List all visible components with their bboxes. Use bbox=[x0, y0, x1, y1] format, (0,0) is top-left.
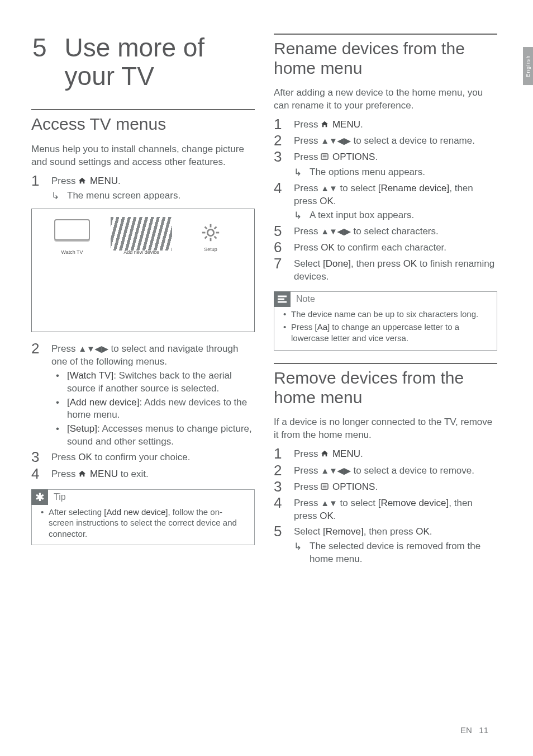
options-icon bbox=[321, 483, 329, 490]
step-3-b: to confirm your choice. bbox=[92, 452, 191, 462]
note-label: Note bbox=[291, 294, 315, 304]
step-2-a: Press bbox=[51, 343, 78, 354]
home-menu-illustration: Watch TV Add new device Setup bbox=[31, 209, 255, 332]
menu-add-caption: Add new device bbox=[123, 249, 159, 255]
step-1-sub-text: The menu screen appears. bbox=[67, 190, 255, 202]
menu-add-new-device: Add new device bbox=[113, 219, 169, 255]
rename-step-3: 3 Press OPTIONS. bbox=[274, 149, 497, 164]
menu-watch-tv: Watch TV bbox=[44, 219, 100, 255]
home-icon bbox=[78, 470, 86, 477]
rename-step-3-sub: ↳ The options menu appears. bbox=[274, 166, 497, 179]
step-1: 1 Press MENU. bbox=[31, 173, 255, 188]
rename-step-7: 7 Select [Done], then press OK to finish… bbox=[274, 256, 497, 284]
tip-a: After selecting bbox=[49, 507, 104, 517]
access-intro: Menus help you to install channels, chan… bbox=[31, 143, 255, 169]
bullet-dot: • bbox=[51, 396, 67, 409]
rename-step-6: 6 Press OK to confirm each character. bbox=[274, 240, 497, 255]
step-4-num: 4 bbox=[31, 466, 51, 481]
svg-line-5 bbox=[205, 226, 207, 229]
tip-icon: ✱ bbox=[31, 489, 48, 505]
svg-line-8 bbox=[205, 236, 207, 238]
result-arrow-icon: ↳ bbox=[294, 166, 310, 179]
remove-step-3: 3 Press OPTIONS. bbox=[274, 479, 497, 494]
bullet-watch-label: [Watch TV] bbox=[67, 370, 113, 381]
remove-intro: If a device is no longer connected to th… bbox=[274, 416, 497, 442]
step-4-b: to exit. bbox=[118, 469, 149, 479]
rename-step-2: 2 Press ▲▼◀▶ to select a device to renam… bbox=[274, 133, 497, 148]
rename-step-4: 4 Press ▲▼ to select [Rename device], th… bbox=[274, 181, 497, 208]
remove-step-1: 1 Press MENU. bbox=[274, 446, 497, 461]
tip-bold: [Add new device] bbox=[104, 507, 168, 517]
chapter-line-2: your TV bbox=[65, 62, 154, 91]
step-3: 3 Press OK to confirm your choice. bbox=[31, 450, 255, 465]
bullet-setup-label: [Setup] bbox=[67, 423, 97, 434]
bullet-add-label: [Add new device] bbox=[67, 397, 139, 408]
step-2: 2 Press ▲▼◀▶ to select and navigate thro… bbox=[31, 341, 255, 368]
nav-arrows-icon: ▲▼◀▶ bbox=[78, 344, 108, 353]
step-1-sub: ↳ The menu screen appears. bbox=[31, 190, 255, 203]
nav-arrows-icon: ▲▼◀▶ bbox=[321, 466, 351, 475]
rename-intro: After adding a new device to the home me… bbox=[274, 87, 497, 112]
result-arrow-icon: ↳ bbox=[294, 209, 310, 223]
menu-setup-caption: Setup bbox=[204, 247, 217, 252]
page-footer: EN 11 bbox=[460, 725, 488, 735]
menu-watch-caption: Watch TV bbox=[61, 249, 83, 255]
section-rename: Rename devices from the home menu bbox=[274, 34, 497, 78]
step-1-press: Press bbox=[51, 176, 78, 186]
remove-step-2: 2 Press ▲▼◀▶ to select a device to remov… bbox=[274, 463, 497, 478]
options-icon bbox=[321, 153, 329, 160]
note-1: The device name can be up to six charact… bbox=[291, 309, 490, 320]
section-remove: Remove devices from the home menu bbox=[274, 363, 497, 407]
left-column: 5 Use more of your TV Access TV menus Me… bbox=[31, 34, 255, 566]
remove-step-4: 4 Press ▲▼ to select [Remove device], th… bbox=[274, 495, 497, 523]
footer-page: 11 bbox=[479, 725, 488, 735]
updown-arrows-icon: ▲▼ bbox=[321, 183, 337, 193]
step-2-num: 2 bbox=[31, 341, 51, 356]
step-1-dot: . bbox=[118, 176, 121, 186]
step-3-ok: OK bbox=[78, 452, 92, 462]
bullet-setup: • [Setup]: Accesses menus to change pict… bbox=[31, 423, 255, 448]
result-arrow-icon: ↳ bbox=[51, 190, 67, 203]
updown-arrows-icon: ▲▼ bbox=[321, 498, 337, 508]
right-column: Rename devices from the home menu After … bbox=[274, 34, 497, 566]
svg-line-7 bbox=[215, 226, 217, 229]
home-icon bbox=[78, 177, 86, 184]
rename-step-5: 5 Press ▲▼◀▶ to select characters. bbox=[274, 224, 497, 239]
rename-step-4-sub: ↳ A text input box appears. bbox=[274, 209, 497, 223]
step-1-menu-label: MENU bbox=[90, 176, 118, 186]
step-3-a: Press bbox=[51, 452, 78, 462]
bullet-watch-tv: • [Watch TV]: Switches back to the aeria… bbox=[31, 370, 255, 395]
bullet-dot: • bbox=[39, 507, 49, 540]
nav-arrows-icon: ▲▼◀▶ bbox=[321, 136, 351, 145]
svg-line-6 bbox=[215, 236, 217, 238]
footer-lang: EN bbox=[460, 725, 472, 735]
rename-step-1: 1 Press MENU. bbox=[274, 117, 497, 132]
note-box: Note • The device name can be up to six … bbox=[274, 291, 497, 351]
tip-label: Tip bbox=[48, 492, 66, 502]
gear-icon bbox=[200, 222, 221, 243]
home-icon bbox=[321, 450, 329, 457]
nav-arrows-icon: ▲▼◀▶ bbox=[321, 226, 351, 236]
step-4: 4 Press MENU to exit. bbox=[31, 466, 255, 481]
bullet-add-device: • [Add new device]: Adds new devices to … bbox=[31, 396, 255, 422]
step-4-a: Press bbox=[51, 469, 78, 479]
section-access-menus: Access TV menus bbox=[31, 109, 255, 134]
menu-setup: Setup bbox=[183, 219, 239, 255]
step-1-num: 1 bbox=[31, 173, 51, 188]
bullet-dot: • bbox=[51, 370, 67, 382]
bullet-dot: • bbox=[281, 309, 291, 320]
note-icon bbox=[274, 291, 291, 307]
chapter-title: 5 Use more of your TV bbox=[31, 34, 255, 103]
step-3-num: 3 bbox=[31, 450, 51, 465]
home-icon bbox=[321, 121, 329, 127]
svg-point-0 bbox=[207, 229, 213, 235]
bullet-dot: • bbox=[281, 322, 291, 343]
step-4-menu: MENU bbox=[90, 469, 118, 479]
page-content: 5 Use more of your TV Access TV menus Me… bbox=[0, 0, 533, 588]
remove-step-5: 5 Select [Remove], then press OK. bbox=[274, 524, 497, 539]
remove-step-5-sub: ↳ The selected device is removed from th… bbox=[274, 540, 497, 566]
result-arrow-icon: ↳ bbox=[294, 540, 310, 554]
language-tab: English bbox=[523, 47, 533, 85]
chapter-number: 5 bbox=[32, 34, 47, 90]
tip-box: ✱ Tip • After selecting [Add new device]… bbox=[31, 489, 255, 546]
